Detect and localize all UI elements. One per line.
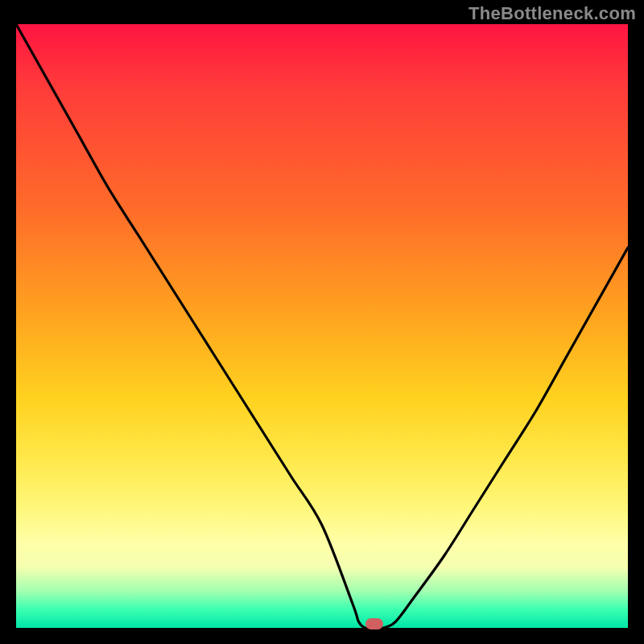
chart-frame: TheBottleneck.com bbox=[0, 0, 644, 644]
optimum-marker bbox=[365, 618, 383, 630]
bottleneck-curve bbox=[16, 24, 628, 628]
attribution-label: TheBottleneck.com bbox=[469, 3, 636, 24]
plot-area bbox=[16, 24, 628, 628]
curve-path bbox=[16, 24, 628, 628]
